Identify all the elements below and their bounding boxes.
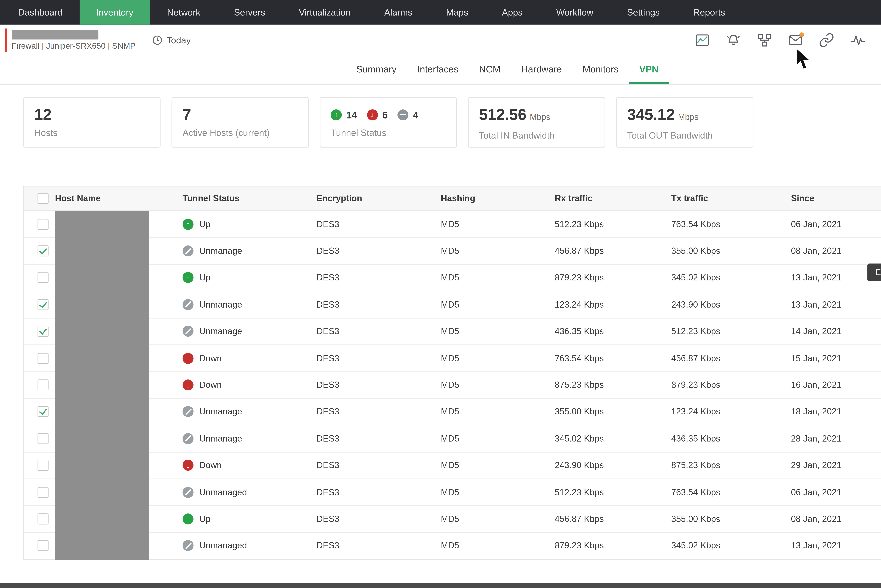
- tx-traffic-cell: 879.23 Kbps: [671, 380, 791, 390]
- tab[interactable]: NCM: [469, 56, 511, 84]
- encryption-cell: DES3: [316, 460, 440, 470]
- performance-graph-icon[interactable]: [694, 32, 711, 49]
- rx-traffic-cell: 345.02 Kbps: [555, 434, 671, 444]
- nav-item[interactable]: Alarms: [367, 0, 429, 25]
- tab[interactable]: Monitors: [572, 56, 629, 84]
- encryption-cell: DES3: [316, 407, 440, 417]
- tunnel-status-label: Down: [199, 460, 222, 470]
- device-info: Firewall | Juniper-SRX650 | SNMP: [12, 41, 135, 50]
- since-cell: 08 Jan, 2021: [791, 514, 881, 524]
- select-all-checkbox[interactable]: [37, 193, 48, 204]
- nav-item-label: Settings: [627, 7, 660, 18]
- row-checkbox[interactable]: [37, 299, 48, 310]
- tab[interactable]: Hardware: [511, 56, 572, 84]
- tunnel-status-label: Up: [199, 273, 210, 282]
- row-checkbox[interactable]: [37, 380, 48, 390]
- tab-label: Interfaces: [417, 64, 458, 74]
- row-checkbox[interactable]: [37, 272, 48, 283]
- hashing-cell: MD5: [441, 300, 555, 309]
- nav-item[interactable]: Inventory: [79, 0, 150, 25]
- nav-item[interactable]: Virtualization: [282, 0, 367, 25]
- row-checkbox[interactable]: [37, 353, 48, 364]
- row-checkbox[interactable]: [37, 246, 48, 256]
- tabs: Summary Interfaces NCM Hardware Monitors: [346, 56, 669, 84]
- topology-icon[interactable]: [756, 32, 773, 49]
- tunnel-status-icon: [183, 406, 193, 417]
- tunnel-status-cell: Unmanaged: [183, 540, 316, 551]
- tunnel-status-cell: Unmanaged: [183, 487, 316, 498]
- tunnel-status-cell: Up: [183, 513, 316, 524]
- encryption-cell: DES3: [316, 380, 440, 390]
- nav-item-label: Network: [167, 7, 200, 18]
- tabs-bar: Summary Interfaces NCM Hardware Monitors: [0, 56, 881, 85]
- time-filter[interactable]: Today: [152, 35, 191, 45]
- alarm-bell-icon[interactable]: [725, 32, 742, 49]
- encryption-cell: DES3: [316, 488, 440, 497]
- clock-icon: [152, 35, 163, 45]
- mouse-cursor: [795, 48, 813, 74]
- tunnel-status-counts: 14 6 4: [331, 105, 446, 124]
- nav-item[interactable]: Workflow: [539, 0, 610, 25]
- rx-traffic-cell: 763.54 Kbps: [555, 353, 671, 363]
- since-cell: 16 Jan, 2021: [791, 380, 881, 390]
- stat-cards: 12 Hosts 7 Active Hosts (current) 14 6 4…: [23, 97, 754, 148]
- total-in-label: Total IN Bandwidth: [479, 130, 594, 141]
- tunnel-status-cell: Up: [183, 272, 316, 283]
- rx-traffic-cell: 875.23 Kbps: [555, 380, 671, 390]
- tunnel-status-cell: Unmanage: [183, 299, 316, 310]
- tunnel-status-label: Up: [199, 219, 210, 229]
- tab[interactable]: Summary: [346, 56, 407, 84]
- header-encryption: Encryption: [316, 194, 440, 203]
- tunnel-status-cell: Unmanage: [183, 246, 316, 256]
- nav-item[interactable]: Dashboard: [1, 0, 79, 25]
- rx-traffic-cell: 879.23 Kbps: [555, 273, 671, 282]
- active-hosts-label: Active Hosts (current): [183, 128, 298, 138]
- globe-icon[interactable]: [880, 32, 881, 49]
- header-rx-traffic: Rx traffic: [555, 194, 671, 203]
- tunnel-status-icon: [183, 326, 193, 337]
- total-out-value: 345.12: [627, 106, 675, 123]
- tunnel-status-cell: Down: [183, 380, 316, 390]
- nav-item[interactable]: Network: [150, 0, 217, 25]
- row-checkbox[interactable]: [37, 487, 48, 498]
- rx-traffic-cell: 243.90 Kbps: [555, 460, 671, 470]
- tunnel-status-icon: [183, 299, 193, 310]
- hashing-cell: MD5: [441, 246, 555, 256]
- tab-label: NCM: [479, 64, 500, 74]
- link-icon[interactable]: [818, 32, 835, 49]
- tx-traffic-cell: 345.02 Kbps: [671, 541, 791, 550]
- table-row: Unmanage DES3 MD5 123.24 Kbps 243.90 Kbp…: [24, 291, 881, 318]
- tx-traffic-cell: 763.54 Kbps: [671, 488, 791, 497]
- device-toolbar: [694, 25, 881, 56]
- sparkline-icon[interactable]: [849, 32, 866, 49]
- table-row: Unmanage DES3 MD5 436.35 Kbps 512.23 Kbp…: [24, 318, 881, 345]
- row-checkbox[interactable]: [37, 540, 48, 551]
- row-checkbox[interactable]: [37, 433, 48, 444]
- row-checkbox[interactable]: [37, 326, 48, 337]
- nav-item-label: Inventory: [96, 7, 133, 18]
- tab[interactable]: Interfaces: [407, 56, 469, 84]
- tx-traffic-cell: 355.00 Kbps: [671, 246, 791, 256]
- nav-item[interactable]: Settings: [610, 0, 677, 25]
- tunnel-status-icon: [183, 246, 193, 256]
- hashing-cell: MD5: [441, 541, 555, 550]
- total-in-unit: Mbps: [530, 112, 550, 122]
- tx-traffic-cell: 436.35 Kbps: [671, 434, 791, 444]
- tunnel-status-cell: Unmanage: [183, 406, 316, 417]
- row-checkbox[interactable]: [37, 460, 48, 471]
- mail-icon[interactable]: [787, 32, 804, 49]
- nav-item[interactable]: Servers: [217, 0, 282, 25]
- tab[interactable]: VPN: [629, 56, 669, 84]
- hashing-cell: MD5: [441, 514, 555, 524]
- nav-item-label: Reports: [693, 7, 725, 18]
- encryption-cell: DES3: [316, 219, 440, 229]
- tx-traffic-cell: 355.00 Kbps: [671, 514, 791, 524]
- tunnel-status-label: Tunnel Status: [331, 128, 446, 138]
- hashing-cell: MD5: [441, 460, 555, 470]
- nav-item[interactable]: Reports: [677, 0, 742, 25]
- row-checkbox[interactable]: [37, 219, 48, 230]
- row-checkbox[interactable]: [37, 406, 48, 417]
- row-checkbox[interactable]: [37, 513, 48, 524]
- nav-item[interactable]: Apps: [485, 0, 539, 25]
- nav-item[interactable]: Maps: [429, 0, 485, 25]
